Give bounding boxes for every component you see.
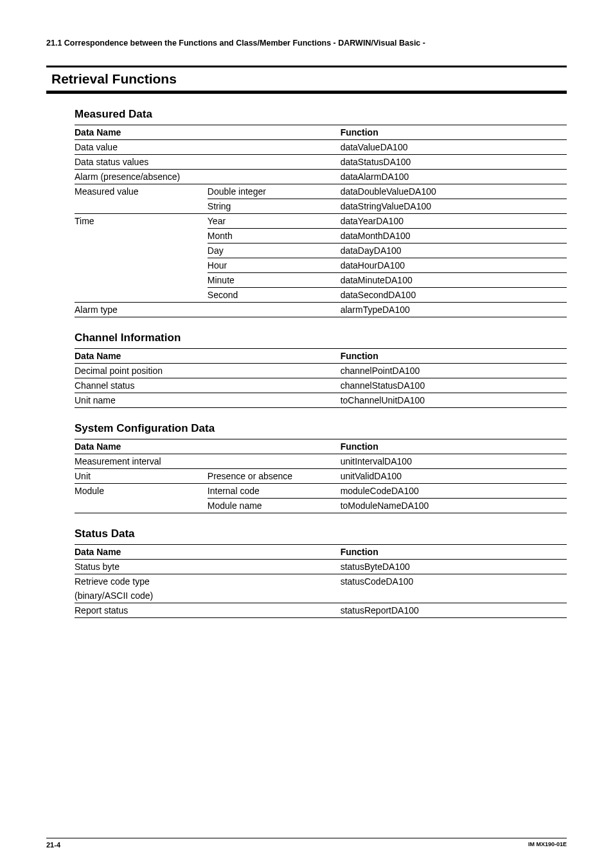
cell-function: dataStatusDA100 [341, 155, 567, 170]
cell-function: dataValueDA100 [341, 140, 567, 155]
th-function: Function [341, 125, 567, 140]
cell-function: dataSecondDA100 [341, 288, 567, 303]
cell-name: Data value [75, 140, 341, 155]
table-status: Data Name Function Status bytestatusByte… [75, 544, 567, 618]
cell-function: dataMinuteDA100 [341, 273, 567, 288]
cell-name: Unit name [75, 393, 341, 408]
cell-sub: String [208, 199, 341, 214]
cell-function: toChannelUnitDA100 [341, 393, 567, 408]
th-function: Function [341, 545, 567, 560]
cell-name [75, 273, 208, 288]
cell-function: dataMonthDA100 [341, 229, 567, 244]
cell-name [75, 229, 208, 244]
cell-name: Measured value [75, 184, 208, 199]
cell-name: (binary/ASCII code) [75, 589, 341, 603]
table-row: Status bytestatusByteDA100 [75, 560, 567, 574]
cell-name: Channel status [75, 378, 341, 393]
table-row: ModuleInternal codemoduleCodeDA100 [75, 484, 567, 499]
table-row: Unit nametoChannelUnitDA100 [75, 393, 567, 408]
th-data-name: Data Name [75, 545, 341, 560]
cell-name: Data status values [75, 155, 341, 170]
table-row: DaydataDayDA100 [75, 244, 567, 258]
cell-name: Decimal point position [75, 364, 341, 378]
cell-function: dataYearDA100 [341, 214, 567, 229]
cell-name: Measurement interval [75, 454, 341, 469]
cell-sub: Minute [208, 273, 341, 288]
table-sysconfig: Data Name Function Measurement intervalu… [75, 439, 567, 513]
table-row: MinutedataMinuteDA100 [75, 273, 567, 288]
cell-function: dataHourDA100 [341, 258, 567, 273]
cell-function [341, 589, 567, 603]
doc-code: IM MX190-01E [528, 841, 567, 849]
cell-sub: Day [208, 244, 341, 258]
table-row: StringdataStringValueDA100 [75, 199, 567, 214]
cell-sub: Hour [208, 258, 341, 273]
cell-function: alarmTypeDA100 [341, 303, 567, 317]
table-row: HourdataHourDA100 [75, 258, 567, 273]
table-row: Alarm typealarmTypeDA100 [75, 303, 567, 317]
cell-name: Report status [75, 603, 341, 618]
cell-function: dataAlarmDA100 [341, 170, 567, 184]
page-footer: 21-4 IM MX190-01E [46, 838, 567, 849]
th-data-name: Data Name [75, 349, 341, 364]
cell-function: statusCodeDA100 [341, 574, 567, 589]
cell-function: channelStatusDA100 [341, 378, 567, 393]
cell-function: channelPointDA100 [341, 364, 567, 378]
table-row: TimeYeardataYearDA100 [75, 214, 567, 229]
page-number: 21-4 [46, 841, 60, 849]
table-row: Data status valuesdataStatusDA100 [75, 155, 567, 170]
cell-function: statusReportDA100 [341, 603, 567, 618]
table-row: Alarm (presence/absence)dataAlarmDA100 [75, 170, 567, 184]
cell-sub: Internal code [208, 484, 341, 499]
table-row: Module nametoModuleNameDA100 [75, 499, 567, 513]
table-row: UnitPresence or absenceunitValidDA100 [75, 469, 567, 484]
cell-name: Module [75, 484, 208, 499]
cell-sub: Double integer [208, 184, 341, 199]
cell-sub: Year [208, 214, 341, 229]
cell-name: Unit [75, 469, 208, 484]
cell-sub: Month [208, 229, 341, 244]
cell-name [75, 244, 208, 258]
subtitle-measured: Measured Data [75, 108, 567, 121]
subtitle-channel: Channel Information [75, 332, 567, 344]
cell-name: Status byte [75, 560, 341, 574]
table-row: Decimal point positionchannelPointDA100 [75, 364, 567, 378]
page-header: 21.1 Correspondence between the Function… [46, 39, 567, 48]
cell-function: moduleCodeDA100 [341, 484, 567, 499]
cell-function: unitValidDA100 [341, 469, 567, 484]
cell-name: Alarm (presence/absence) [75, 170, 341, 184]
cell-name [75, 288, 208, 303]
th-data-name: Data Name [75, 125, 341, 140]
cell-sub: Second [208, 288, 341, 303]
table-row: (binary/ASCII code) [75, 589, 567, 603]
table-row: Report statusstatusReportDA100 [75, 603, 567, 618]
cell-name: Alarm type [75, 303, 341, 317]
cell-function: unitIntervalDA100 [341, 454, 567, 469]
table-channel: Data Name Function Decimal point positio… [75, 348, 567, 408]
table-row: MonthdataMonthDA100 [75, 229, 567, 244]
cell-function: toModuleNameDA100 [341, 499, 567, 513]
cell-name [75, 199, 208, 214]
cell-name: Retrieve code type [75, 574, 341, 589]
table-row: Data valuedataValueDA100 [75, 140, 567, 155]
table-row: Measurement intervalunitIntervalDA100 [75, 454, 567, 469]
section-title: Retrieval Functions [51, 71, 177, 86]
subtitle-sysconfig: System Configuration Data [75, 422, 567, 435]
table-row: SeconddataSecondDA100 [75, 288, 567, 303]
cell-function: dataDoubleValueDA100 [341, 184, 567, 199]
table-row: Measured valueDouble integerdataDoubleVa… [75, 184, 567, 199]
table-row: Channel statuschannelStatusDA100 [75, 378, 567, 393]
th-function: Function [341, 439, 567, 454]
cell-name [75, 499, 208, 513]
cell-name [75, 258, 208, 273]
subtitle-status: Status Data [75, 527, 567, 540]
th-data-name: Data Name [75, 439, 341, 454]
table-row: Retrieve code typestatusCodeDA100 [75, 574, 567, 589]
table-measured: Data Name Function Data valuedataValueDA… [75, 125, 567, 317]
cell-function: dataStringValueDA100 [341, 199, 567, 214]
cell-function: dataDayDA100 [341, 244, 567, 258]
th-function: Function [341, 349, 567, 364]
cell-sub: Module name [208, 499, 341, 513]
section-title-bar: Retrieval Functions [46, 66, 567, 94]
cell-function: statusByteDA100 [341, 560, 567, 574]
